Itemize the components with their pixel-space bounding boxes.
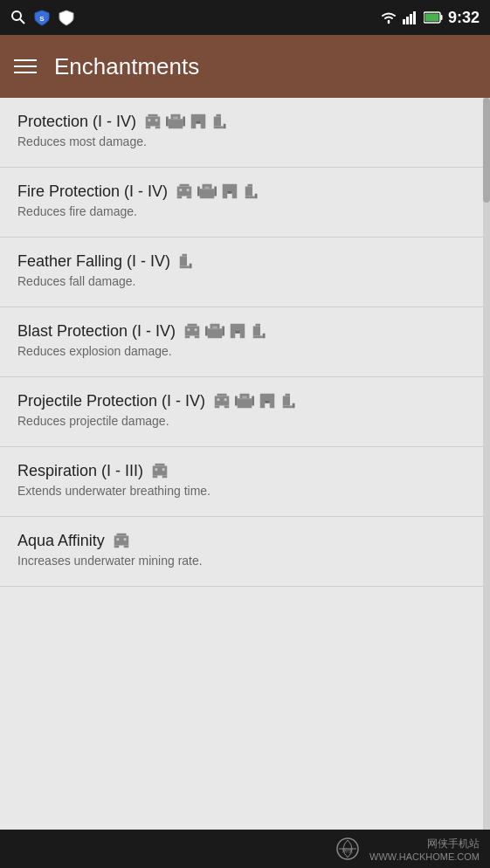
svg-rect-78	[238, 398, 252, 408]
svg-rect-13	[155, 127, 161, 129]
svg-rect-50	[190, 264, 192, 269]
svg-rect-73	[215, 406, 220, 409]
svg-rect-21	[191, 114, 206, 121]
scrollbar-thumb[interactable]	[483, 98, 490, 203]
enchantment-item-icons	[143, 112, 231, 131]
svg-rect-10	[146, 117, 161, 127]
enchantment-item-icons	[183, 321, 270, 341]
svg-rect-4	[406, 17, 409, 24]
svg-rect-90	[153, 466, 168, 476]
list-item[interactable]: Protection (I - IV) Reduces most damage.	[0, 98, 490, 168]
svg-point-0	[12, 11, 21, 20]
scrollbar-track[interactable]	[483, 98, 490, 830]
footer-logo-icon: 网侠	[335, 836, 361, 862]
app-bar: Enchantments	[0, 35, 490, 98]
helmet-icon	[175, 182, 194, 201]
list-item[interactable]: Blast Protection (I - IV) Reduces explos…	[0, 307, 490, 377]
svg-rect-33	[180, 189, 183, 191]
battery-icon	[424, 11, 443, 24]
svg-rect-11	[148, 114, 158, 117]
svg-rect-80	[252, 396, 254, 406]
svg-rect-83	[260, 401, 266, 408]
svg-rect-75	[217, 398, 220, 401]
enchantment-item-icons	[150, 461, 169, 480]
enchantment-item-icons	[175, 182, 262, 201]
svg-rect-85	[265, 401, 270, 403]
list-item[interactable]: Respiration (I - III) Extends underwater…	[0, 447, 490, 517]
svg-rect-26	[214, 127, 224, 129]
content-wrapper: Protection (I - IV) Reduces most damage.…	[0, 98, 490, 830]
list-item[interactable]: Aqua Affinity Increases underwater minin…	[0, 517, 490, 587]
svg-rect-98	[114, 546, 120, 548]
helmet-icon	[143, 112, 162, 131]
leggings-icon	[189, 112, 208, 131]
svg-rect-61	[222, 327, 224, 336]
svg-rect-25	[214, 117, 221, 127]
enchantment-name: Projectile Protection (I - IV)	[17, 392, 205, 410]
chestplate-icon	[205, 321, 224, 341]
svg-rect-87	[283, 406, 293, 409]
svg-rect-52	[185, 327, 200, 336]
status-bar-left: S	[10, 9, 75, 26]
svg-rect-51	[183, 254, 188, 257]
svg-rect-32	[187, 196, 192, 199]
svg-rect-79	[235, 396, 238, 406]
svg-rect-54	[185, 336, 190, 339]
svg-rect-84	[270, 401, 275, 408]
enchantment-name: Fire Protection (I - IV)	[17, 183, 168, 201]
enchantment-name: Feather Falling (I - IV)	[17, 252, 170, 271]
status-bar: S 9:32	[0, 0, 490, 35]
svg-rect-49	[180, 266, 190, 269]
enchantment-list[interactable]: Protection (I - IV) Reduces most damage.…	[0, 98, 490, 830]
enchantment-description: Increases underwater mining rate.	[17, 554, 473, 568]
svg-rect-40	[223, 184, 238, 191]
svg-rect-59	[208, 328, 223, 338]
svg-rect-95	[162, 468, 165, 471]
svg-rect-76	[224, 398, 227, 401]
svg-rect-56	[188, 328, 190, 331]
svg-rect-99	[124, 546, 129, 548]
svg-rect-28	[217, 114, 222, 117]
leggings-icon	[258, 391, 277, 410]
svg-rect-82	[260, 394, 275, 401]
svg-rect-20	[173, 117, 178, 120]
svg-rect-62	[212, 327, 217, 329]
hamburger-menu-button[interactable]	[14, 59, 37, 73]
svg-rect-36	[200, 189, 215, 198]
helmet-icon	[112, 531, 131, 550]
chestplate-icon	[166, 112, 185, 131]
svg-rect-91	[155, 464, 165, 466]
svg-rect-88	[293, 403, 295, 409]
enchantment-description: Reduces projectile damage.	[17, 414, 473, 428]
list-item[interactable]: Projectile Protection (I - IV) Reduces p…	[0, 377, 490, 447]
svg-rect-34	[187, 189, 190, 191]
svg-rect-93	[162, 476, 168, 479]
enchantment-item-icons	[112, 531, 131, 550]
boots-icon	[280, 391, 300, 410]
search-icon	[10, 10, 26, 25]
list-item[interactable]: Fire Protection (I - IV) Reduces fire da…	[0, 168, 490, 238]
enchantment-item-icons	[177, 251, 197, 271]
enchantment-description: Reduces fall damage.	[17, 274, 473, 288]
svg-rect-67	[253, 327, 260, 336]
footer: 网侠 网侠手机站 WWW.HACKHOME.COM	[0, 830, 490, 868]
list-item[interactable]: Feather Falling (I - IV) Reduces fall da…	[0, 238, 490, 307]
enchantment-name: Respiration (I - III)	[17, 462, 143, 480]
svg-rect-63	[231, 324, 245, 331]
svg-rect-44	[245, 187, 252, 196]
svg-rect-64	[231, 331, 236, 338]
svg-rect-17	[169, 119, 183, 128]
boots-icon	[177, 251, 197, 271]
svg-rect-24	[196, 121, 201, 124]
svg-rect-97	[116, 534, 126, 536]
svg-rect-71	[215, 396, 230, 406]
svg-rect-15	[155, 119, 158, 121]
svg-rect-55	[195, 336, 200, 339]
svg-rect-22	[191, 121, 197, 128]
svg-rect-39	[204, 187, 210, 189]
svg-rect-60	[205, 327, 208, 336]
shield-white-icon	[58, 9, 75, 26]
wifi-icon	[380, 10, 397, 24]
status-bar-right: 9:32	[380, 9, 480, 27]
enchantment-item-icons	[212, 391, 300, 410]
